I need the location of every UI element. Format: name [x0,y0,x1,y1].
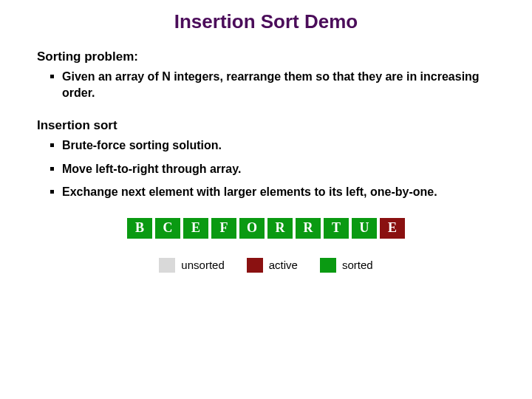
page-title: Insertion Sort Demo [0,10,532,33]
swatch-sorted-icon [320,258,336,273]
array-cell: T [324,218,349,239]
content-area: Sorting problem: Given an array of N int… [0,50,532,273]
list-item: Given an array of N integers, rearrange … [37,69,495,100]
list-insertion: Brute-force sorting solution. Move left-… [37,137,495,200]
array-cell: U [352,218,377,239]
heading-problem: Sorting problem: [37,50,495,64]
legend-label: sorted [342,259,373,271]
array-cell: E [183,218,208,239]
list-problem: Given an array of N integers, rearrange … [37,69,495,100]
list-item: Move left-to-right through array. [37,161,495,177]
legend: unsorted active sorted [37,258,495,273]
array-cell: R [296,218,321,239]
array-cell: R [267,218,293,239]
legend-label: active [269,259,298,271]
array-cell: B [127,218,152,239]
swatch-active-icon [247,258,263,273]
list-item: Brute-force sorting solution. [37,137,495,154]
array-strip: B C E F O R R T U E [37,218,495,239]
list-item: Exchange next element with larger elemen… [37,184,495,200]
legend-sorted: sorted [320,258,373,273]
legend-active: active [247,258,298,273]
legend-unsorted: unsorted [159,258,224,273]
array-cell: C [155,218,180,239]
array-cell: O [239,218,265,239]
array-cell: F [211,218,236,239]
legend-label: unsorted [181,259,224,271]
heading-insertion: Insertion sort [37,118,495,133]
array-cell: E [380,218,405,239]
swatch-unsorted-icon [159,258,175,273]
